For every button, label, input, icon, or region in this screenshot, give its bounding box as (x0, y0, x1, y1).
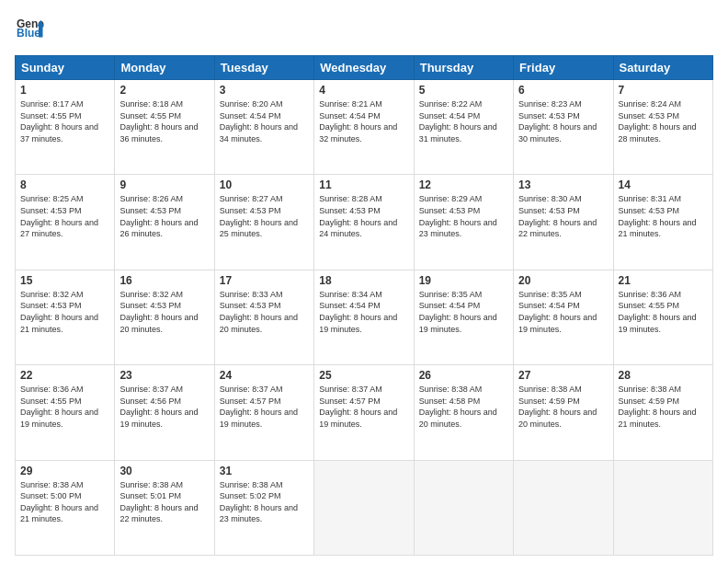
day-number: 20 (518, 274, 608, 287)
day-number: 17 (220, 274, 309, 287)
day-number: 2 (119, 84, 209, 97)
day-number: 28 (619, 369, 708, 382)
day-number: 19 (419, 274, 508, 287)
calendar-cell: 6 Sunrise: 8:23 AMSunset: 4:53 PMDayligh… (514, 80, 613, 175)
cell-info: Sunrise: 8:20 AMSunset: 4:54 PMDaylight:… (220, 99, 298, 144)
day-number: 10 (220, 178, 309, 191)
day-number: 6 (518, 84, 608, 97)
calendar-cell: 12 Sunrise: 8:29 AMSunset: 4:53 PMDaylig… (414, 175, 513, 270)
calendar-cell: 13 Sunrise: 8:30 AMSunset: 4:53 PMDaylig… (514, 175, 613, 270)
calendar-week-1: 1 Sunrise: 8:17 AMSunset: 4:55 PMDayligh… (16, 80, 713, 175)
cell-info: Sunrise: 8:36 AMSunset: 4:55 PMDaylight:… (619, 290, 697, 334)
calendar-cell: 8 Sunrise: 8:25 AMSunset: 4:53 PMDayligh… (16, 175, 115, 270)
calendar-cell: 23 Sunrise: 8:37 AMSunset: 4:56 PMDaylig… (115, 365, 214, 460)
cell-info: Sunrise: 8:35 AMSunset: 4:54 PMDaylight:… (518, 290, 597, 334)
day-header-sunday: Sunday (16, 56, 115, 80)
day-number: 27 (518, 369, 608, 382)
cell-info: Sunrise: 8:38 AMSunset: 4:58 PMDaylight:… (419, 385, 497, 429)
day-header-friday: Friday (514, 56, 613, 80)
cell-info: Sunrise: 8:18 AMSunset: 4:55 PMDaylight:… (119, 99, 198, 144)
cell-info: Sunrise: 8:32 AMSunset: 4:53 PMDaylight:… (20, 290, 98, 334)
page: General Blue SundayMondayTuesdayWednesda… (0, 0, 728, 563)
calendar-cell (514, 460, 613, 555)
cell-info: Sunrise: 8:33 AMSunset: 4:53 PMDaylight:… (220, 290, 298, 334)
day-header-thursday: Thursday (414, 56, 513, 80)
day-number: 1 (20, 84, 109, 97)
day-header-wednesday: Wednesday (314, 56, 414, 80)
cell-info: Sunrise: 8:28 AMSunset: 4:53 PMDaylight:… (319, 194, 397, 238)
day-number: 15 (20, 274, 109, 287)
cell-info: Sunrise: 8:37 AMSunset: 4:57 PMDaylight:… (220, 385, 298, 429)
cell-info: Sunrise: 8:21 AMSunset: 4:54 PMDaylight:… (319, 99, 397, 144)
svg-text:Blue: Blue (17, 27, 40, 40)
day-number: 12 (419, 178, 508, 191)
cell-info: Sunrise: 8:22 AMSunset: 4:54 PMDaylight:… (419, 99, 497, 144)
calendar-cell: 19 Sunrise: 8:35 AMSunset: 4:54 PMDaylig… (414, 270, 513, 364)
cell-info: Sunrise: 8:27 AMSunset: 4:53 PMDaylight:… (220, 194, 298, 238)
logo: General Blue (15, 15, 44, 46)
calendar-cell: 29 Sunrise: 8:38 AMSunset: 5:00 PMDaylig… (16, 460, 115, 555)
day-number: 18 (319, 274, 408, 287)
calendar-cell: 26 Sunrise: 8:38 AMSunset: 4:58 PMDaylig… (414, 365, 513, 460)
calendar-cell: 21 Sunrise: 8:36 AMSunset: 4:55 PMDaylig… (613, 270, 712, 364)
cell-info: Sunrise: 8:26 AMSunset: 4:53 PMDaylight:… (119, 194, 198, 238)
calendar-cell: 20 Sunrise: 8:35 AMSunset: 4:54 PMDaylig… (514, 270, 613, 364)
day-number: 23 (119, 369, 209, 382)
calendar-cell: 10 Sunrise: 8:27 AMSunset: 4:53 PMDaylig… (214, 175, 313, 270)
day-number: 24 (220, 369, 309, 382)
calendar-week-5: 29 Sunrise: 8:38 AMSunset: 5:00 PMDaylig… (16, 460, 713, 555)
day-number: 29 (20, 465, 109, 477)
day-number: 25 (319, 369, 408, 382)
cell-info: Sunrise: 8:25 AMSunset: 4:53 PMDaylight:… (20, 194, 98, 238)
calendar-cell: 11 Sunrise: 8:28 AMSunset: 4:53 PMDaylig… (314, 175, 414, 270)
day-number: 4 (319, 84, 408, 97)
cell-info: Sunrise: 8:34 AMSunset: 4:54 PMDaylight:… (319, 290, 397, 334)
logo-icon: General Blue (17, 15, 44, 42)
cell-info: Sunrise: 8:38 AMSunset: 4:59 PMDaylight:… (518, 385, 597, 429)
day-number: 8 (20, 178, 109, 191)
day-number: 26 (419, 369, 508, 382)
cell-info: Sunrise: 8:32 AMSunset: 4:53 PMDaylight:… (119, 290, 198, 334)
calendar-cell (314, 460, 414, 555)
cell-info: Sunrise: 8:38 AMSunset: 4:59 PMDaylight:… (619, 385, 697, 429)
calendar-cell: 5 Sunrise: 8:22 AMSunset: 4:54 PMDayligh… (414, 80, 513, 175)
calendar-week-3: 15 Sunrise: 8:32 AMSunset: 4:53 PMDaylig… (16, 270, 713, 364)
calendar-cell (414, 460, 513, 555)
day-number: 21 (619, 274, 708, 287)
cell-info: Sunrise: 8:38 AMSunset: 5:01 PMDaylight:… (119, 480, 198, 524)
cell-info: Sunrise: 8:31 AMSunset: 4:53 PMDaylight:… (619, 194, 697, 238)
calendar-cell: 24 Sunrise: 8:37 AMSunset: 4:57 PMDaylig… (214, 365, 313, 460)
calendar-cell: 2 Sunrise: 8:18 AMSunset: 4:55 PMDayligh… (115, 80, 214, 175)
day-number: 14 (619, 178, 708, 191)
day-number: 5 (419, 84, 508, 97)
calendar-week-2: 8 Sunrise: 8:25 AMSunset: 4:53 PMDayligh… (16, 175, 713, 270)
day-number: 22 (20, 369, 109, 382)
day-number: 16 (119, 274, 209, 287)
cell-info: Sunrise: 8:37 AMSunset: 4:57 PMDaylight:… (319, 385, 397, 429)
cell-info: Sunrise: 8:36 AMSunset: 4:55 PMDaylight:… (20, 385, 98, 429)
day-header-monday: Monday (115, 56, 214, 80)
calendar-cell: 16 Sunrise: 8:32 AMSunset: 4:53 PMDaylig… (115, 270, 214, 364)
calendar-cell: 7 Sunrise: 8:24 AMSunset: 4:53 PMDayligh… (613, 80, 712, 175)
calendar-cell: 15 Sunrise: 8:32 AMSunset: 4:53 PMDaylig… (16, 270, 115, 364)
day-number: 13 (518, 178, 608, 191)
cell-info: Sunrise: 8:38 AMSunset: 5:02 PMDaylight:… (220, 480, 298, 524)
calendar-cell: 18 Sunrise: 8:34 AMSunset: 4:54 PMDaylig… (314, 270, 414, 364)
day-number: 9 (119, 178, 209, 191)
calendar-cell: 14 Sunrise: 8:31 AMSunset: 4:53 PMDaylig… (613, 175, 712, 270)
header: General Blue (15, 15, 713, 46)
cell-info: Sunrise: 8:35 AMSunset: 4:54 PMDaylight:… (419, 290, 497, 334)
day-number: 7 (619, 84, 708, 97)
calendar-cell: 31 Sunrise: 8:38 AMSunset: 5:02 PMDaylig… (214, 460, 313, 555)
calendar-cell: 9 Sunrise: 8:26 AMSunset: 4:53 PMDayligh… (115, 175, 214, 270)
calendar-cell: 28 Sunrise: 8:38 AMSunset: 4:59 PMDaylig… (613, 365, 712, 460)
day-number: 11 (319, 178, 408, 191)
day-header-tuesday: Tuesday (214, 56, 313, 80)
calendar-week-4: 22 Sunrise: 8:36 AMSunset: 4:55 PMDaylig… (16, 365, 713, 460)
calendar-cell: 22 Sunrise: 8:36 AMSunset: 4:55 PMDaylig… (16, 365, 115, 460)
calendar-cell: 27 Sunrise: 8:38 AMSunset: 4:59 PMDaylig… (514, 365, 613, 460)
cell-info: Sunrise: 8:38 AMSunset: 5:00 PMDaylight:… (20, 480, 98, 524)
calendar-cell: 25 Sunrise: 8:37 AMSunset: 4:57 PMDaylig… (314, 365, 414, 460)
cell-info: Sunrise: 8:17 AMSunset: 4:55 PMDaylight:… (20, 99, 98, 144)
day-header-saturday: Saturday (613, 56, 712, 80)
